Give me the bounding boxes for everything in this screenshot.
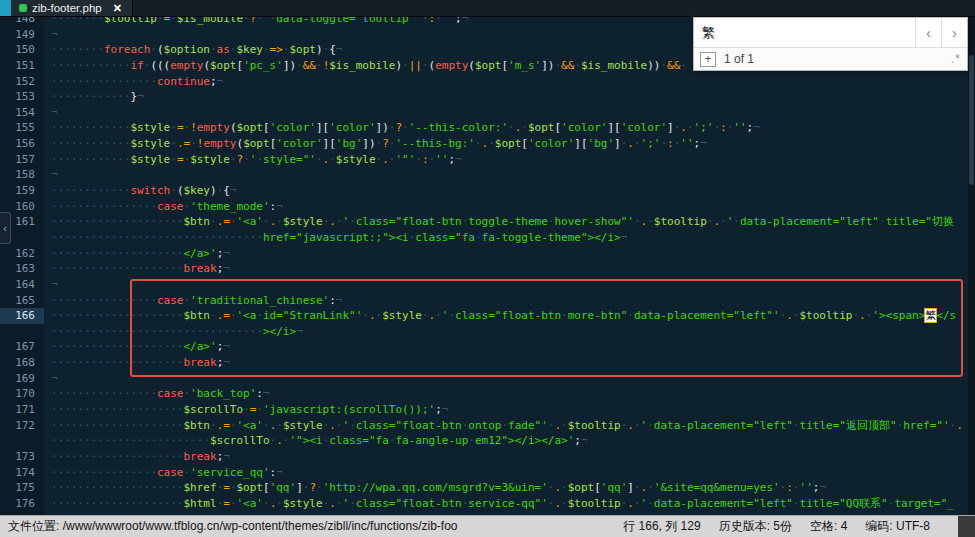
line-number: 162	[0, 246, 44, 262]
code-text: ····················break;¬	[44, 261, 230, 277]
status-spaces[interactable]: 空格: 4	[810, 518, 847, 535]
line-number: 175	[0, 480, 44, 496]
search-input[interactable]	[694, 18, 915, 47]
sidebar-collapse-button[interactable]: ‹	[0, 212, 11, 244]
code-row[interactable]: 171····················$scrollTo·=·'java…	[0, 402, 975, 418]
code-row[interactable]: 172····················$btn·.=·'<a'·.·$s…	[0, 418, 975, 434]
tab-zib-footer[interactable]: zib-footer.php ✕	[11, 0, 133, 16]
code-row[interactable]: 153············}¬	[0, 89, 975, 105]
code-text: ············$style·.=·!empty($opt['color…	[44, 136, 707, 152]
line-number: 171	[0, 402, 44, 418]
window-accent	[0, 0, 11, 16]
line-number: 150	[0, 42, 44, 58]
line-number: 163	[0, 261, 44, 277]
code-text: ········foreach·($option·as·$key·=>·$opt…	[44, 42, 342, 58]
code-row[interactable]: 167····················</a>';¬	[0, 339, 975, 355]
code-row[interactable]: 161····················$btn·.=·'<a'·.·$s…	[0, 214, 975, 230]
line-number: 148	[0, 17, 44, 27]
line-number: 158	[0, 167, 44, 183]
code-row[interactable]: 166····················$btn·.=·'<a·id="S…	[0, 308, 975, 324]
search-next-button[interactable]: ›	[941, 18, 967, 47]
search-input-row: ‹ ›	[694, 18, 967, 47]
code-text: ································href="ja…	[44, 230, 627, 246]
search-panel: ‹ › + 1 of 1 .*	[693, 17, 968, 71]
code-row[interactable]: 152················continue;¬	[0, 74, 975, 90]
status-line-col: 行 166, 列 129	[623, 518, 700, 535]
code-row[interactable]: 176····················$html·=·'<a'·.·$s…	[0, 496, 975, 512]
status-history[interactable]: 历史版本: 5份	[719, 518, 792, 535]
code-row[interactable]: 169¬	[0, 371, 975, 387]
code-text: ¬	[44, 167, 58, 183]
status-right-group: 行 166, 列 129 历史版本: 5份 空格: 4 编码: UTF-8	[623, 516, 975, 537]
status-encoding[interactable]: 编码: UTF-8	[865, 518, 930, 535]
code-row[interactable]: 156············$style·.=·!empty($opt['co…	[0, 136, 975, 152]
code-row[interactable]: 158¬	[0, 167, 975, 183]
regex-toggle-icon[interactable]: .*	[951, 52, 961, 66]
line-number	[0, 324, 44, 340]
line-number	[0, 433, 44, 449]
code-row[interactable]: 163····················break;¬	[0, 261, 975, 277]
code-row[interactable]: ································></i>¬	[0, 324, 975, 340]
line-number: 167	[0, 339, 44, 355]
code-row[interactable]: ························$scrollTo·.·'"><…	[0, 433, 975, 449]
code-text: ¬	[44, 105, 58, 121]
code-row[interactable]: 157············$style·=·$style·?·'·style…	[0, 152, 975, 168]
code-row[interactable]: 155············$style·=·!empty($opt['col…	[0, 120, 975, 136]
close-tab-icon[interactable]: ✕	[113, 2, 122, 15]
code-text: ············switch·($key)·{¬	[44, 183, 237, 199]
code-row[interactable]: 173····················break;¬	[0, 449, 975, 465]
line-number: 176	[0, 496, 44, 512]
code-row[interactable]: 162····················</a>';¬	[0, 246, 975, 262]
code-row[interactable]: 175····················$href·=·$opt['qq'…	[0, 480, 975, 496]
status-menu-button[interactable]	[958, 516, 975, 537]
line-number: 169	[0, 371, 44, 387]
code-editor-window: zib-footer.php ✕ 148········$tooltip·=·$…	[0, 0, 975, 537]
code-text: ························$scrollTo·.·'"><…	[44, 433, 588, 449]
code-row[interactable]: 165················case·'traditional_chi…	[0, 293, 975, 309]
search-result-count: 1 of 1	[724, 52, 754, 66]
code-text: ············$style·=·!empty($opt['color'…	[44, 120, 760, 136]
code-text: ¬	[44, 371, 58, 387]
code-row[interactable]: 164¬	[0, 277, 975, 293]
code-row[interactable]: 168····················break;¬	[0, 355, 975, 371]
code-text: ················continue;¬	[44, 74, 223, 90]
code-text: ····················</a>';¬	[44, 339, 230, 355]
code-text: ················case·'theme_mode':¬	[44, 199, 283, 215]
line-number: 155	[0, 120, 44, 136]
code-text: ········$tooltip·=·$is_mobile·?·'·data-t…	[44, 17, 468, 27]
tab-bar: zib-footer.php ✕	[0, 0, 975, 17]
line-number: 152	[0, 74, 44, 90]
line-number: 168	[0, 355, 44, 371]
code-row[interactable]: 170················case·'back_top':¬	[0, 386, 975, 402]
code-row[interactable]: 174················case·'service_qq':¬	[0, 465, 975, 481]
code-row[interactable]: 154¬	[0, 105, 975, 121]
code-text: ············$style·=·$style·?·'·style="'…	[44, 152, 462, 168]
line-number: 172	[0, 418, 44, 434]
code-text: ····················$btn·.=·'<a·id="Stra…	[44, 308, 956, 324]
line-number: 151	[0, 58, 44, 74]
line-number: 165	[0, 293, 44, 309]
code-text: ················case·'traditional_chines…	[44, 293, 342, 309]
scrollbar-thumb[interactable]	[969, 55, 974, 185]
code-text: ····················$html·=·'<a'·.·$styl…	[44, 496, 954, 512]
line-number: 154	[0, 105, 44, 121]
vertical-scrollbar[interactable]	[968, 17, 975, 515]
code-text: ················case·'service_qq':¬	[44, 465, 283, 481]
php-file-icon	[19, 4, 27, 12]
code-text: ····················break;¬	[44, 355, 230, 371]
code-editor[interactable]: 148········$tooltip·=·$is_mobile·?·'·dat…	[0, 17, 975, 515]
line-number: 166	[0, 308, 44, 324]
toggle-replace-button[interactable]: +	[700, 52, 716, 67]
code-text: ····················break;¬	[44, 449, 230, 465]
code-text: ····················$scrollTo·=·'javascr…	[44, 402, 448, 418]
code-row[interactable]: ································href="ja…	[0, 230, 975, 246]
search-prev-button[interactable]: ‹	[915, 18, 941, 47]
code-row[interactable]: 160················case·'theme_mode':¬	[0, 199, 975, 215]
code-row[interactable]: 159············switch·($key)·{¬	[0, 183, 975, 199]
line-number: 164	[0, 277, 44, 293]
tab-title: zib-footer.php	[32, 2, 102, 14]
line-number: 170	[0, 386, 44, 402]
search-options-row: + 1 of 1 .*	[694, 47, 967, 70]
line-number: 159	[0, 183, 44, 199]
code-text: ¬	[44, 277, 58, 293]
